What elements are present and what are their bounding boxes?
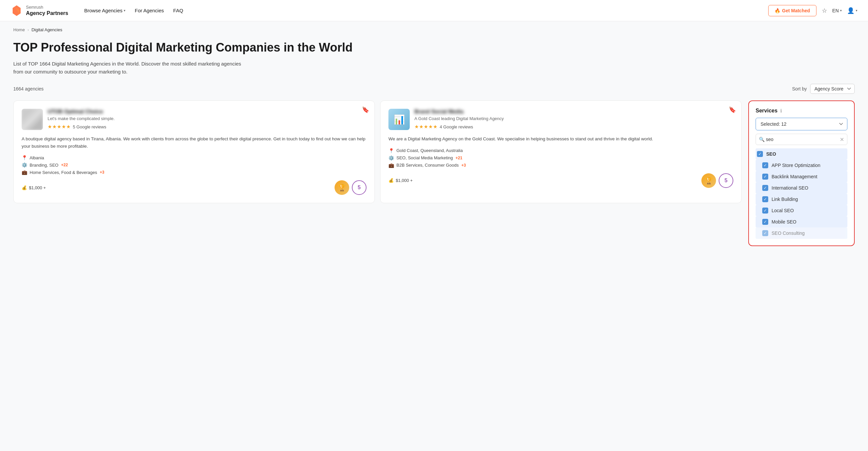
industries-icon: 💼 — [389, 163, 394, 168]
checkbox-backlink[interactable]: ✓ — [762, 174, 768, 180]
user-icon: 👤 — [847, 7, 855, 14]
bookmark-button[interactable]: 🔖 — [362, 106, 369, 113]
get-matched-button[interactable]: 🔥 Get Matched — [768, 5, 816, 16]
location-icon: 📍 — [389, 148, 394, 153]
services-plus: +21 — [456, 156, 462, 160]
chevron-down-icon: ▾ — [124, 9, 125, 12]
agency-info: Brand Social Media A Gold Coast leading … — [414, 109, 733, 130]
industries-value: B2B Services, Consumer Goods — [396, 163, 459, 168]
service-label-app-store: APP Store Optimization — [772, 163, 820, 168]
budget-value: $1,000 + — [396, 178, 413, 183]
agency-info: UTOB Optimal Choice Let's make the compl… — [48, 109, 367, 130]
reviews-count: 5 Google reviews — [73, 124, 106, 129]
service-label-link-building: Link Building — [772, 197, 798, 202]
service-item-app-store[interactable]: ✓ APP Store Optimization — [755, 160, 847, 171]
user-menu[interactable]: 👤 ▾ — [847, 7, 857, 14]
service-search-input[interactable] — [755, 134, 847, 145]
budget-icon: 💰 — [22, 185, 27, 190]
stars-row: ★★★★★ 4 Google reviews — [414, 124, 733, 130]
industries-icon: 💼 — [22, 170, 27, 175]
service-item-local-seo[interactable]: ✓ Local SEO — [755, 205, 847, 216]
service-item-mobile-seo[interactable]: ✓ Mobile SEO — [755, 216, 847, 228]
breadcrumb-home[interactable]: Home — [13, 27, 25, 32]
industries-row: 💼 B2B Services, Consumer Goods +3 — [389, 163, 733, 168]
services-plus: +22 — [61, 163, 68, 167]
search-clear-icon[interactable]: ✕ — [840, 137, 844, 143]
checkbox-link-building[interactable]: ✓ — [762, 196, 768, 202]
agency-name: UTOB Optimal Choice — [48, 109, 367, 115]
logo[interactable]: Semrush Agency Partners — [11, 5, 68, 17]
service-label-mobile-seo: Mobile SEO — [772, 219, 797, 224]
location-value: Albania — [30, 155, 44, 160]
score-circle: 5 — [352, 180, 367, 195]
checkbox-international-seo[interactable]: ✓ — [762, 185, 768, 191]
page-title: TOP Professional Digital Marketing Compa… — [13, 40, 855, 55]
sort-select[interactable]: Agency Score — [810, 84, 855, 94]
industries-plus: +3 — [100, 170, 104, 175]
agency-name: Brand Social Media — [414, 109, 733, 115]
search-box-wrap: 🔍 ✕ — [755, 134, 847, 145]
card-description: We are a Digital Marketing Agency on the… — [389, 136, 733, 143]
service-label-international-seo: International SEO — [772, 185, 808, 190]
service-label-local-seo: Local SEO — [772, 208, 794, 213]
score-badge-area: 🏆 5 — [702, 173, 733, 188]
bookmark-button[interactable]: 🔖 — [728, 106, 736, 113]
services-value: SEO, Social Media Marketing — [396, 155, 453, 160]
checkbox-seo-consulting[interactable]: ✓ — [762, 230, 768, 236]
info-icon[interactable]: ℹ — [780, 108, 782, 113]
service-item-seo[interactable]: ✓ SEO — [755, 148, 847, 160]
services-filter-panel: Services ℹ Selected: 12 🔍 ✕ ✓ SEO ✓ — [748, 100, 855, 246]
agency-cards-column: UTOB Optimal Choice Let's make the compl… — [13, 100, 742, 203]
services-icon: ⚙️ — [389, 155, 394, 161]
semrush-logo-icon — [11, 5, 23, 17]
filter-title: Services — [755, 108, 778, 114]
services-dropdown[interactable]: Selected: 12 — [755, 118, 847, 130]
browse-agencies-nav[interactable]: Browse Agencies ▾ — [84, 8, 125, 13]
card-description: A boutique digital agency based in Tiran… — [22, 136, 367, 150]
faq-nav[interactable]: FAQ — [173, 8, 183, 13]
semrush-label: Semrush — [26, 5, 68, 10]
agency-tagline: A Gold Coast leading Digital Marketing A… — [414, 116, 733, 121]
checkbox-seo[interactable]: ✓ — [757, 151, 763, 157]
card-header: 📊 Brand Social Media A Gold Coast leadin… — [389, 109, 733, 130]
location-value: Gold Coast, Queensland, Australia — [396, 148, 463, 153]
service-label-backlink: Backlink Management — [772, 174, 817, 179]
services-value: Branding, SEO — [30, 163, 59, 168]
for-agencies-nav[interactable]: For Agencies — [135, 8, 164, 13]
language-selector[interactable]: EN ▾ — [832, 8, 842, 13]
results-count: 1664 agencies — [13, 86, 43, 91]
agency-cards-row: UTOB Optimal Choice Let's make the compl… — [13, 100, 742, 203]
checkbox-local-seo[interactable]: ✓ — [762, 208, 768, 213]
agency-logo — [22, 109, 43, 130]
service-item-seo-consulting[interactable]: ✓ SEO Consulting — [755, 228, 847, 239]
score-badge-area: 🏆 5 — [335, 180, 367, 195]
service-item-international-seo[interactable]: ✓ International SEO — [755, 182, 847, 193]
sort-label: Sort by — [792, 86, 807, 91]
checkbox-app-store[interactable]: ✓ — [762, 162, 768, 168]
agency-card[interactable]: 📊 Brand Social Media A Gold Coast leadin… — [380, 100, 742, 203]
flame-icon: 🔥 — [775, 8, 780, 13]
budget-icon: 💰 — [389, 178, 394, 183]
bookmark-icon[interactable]: ☆ — [822, 7, 827, 14]
sort-area: Sort by Agency Score — [792, 84, 855, 94]
breadcrumb-separator: › — [28, 28, 29, 32]
chevron-down-icon: ▾ — [856, 9, 857, 12]
reviews-count: 4 Google reviews — [440, 124, 473, 129]
agency-card[interactable]: UTOB Optimal Choice Let's make the compl… — [13, 100, 375, 203]
service-item-backlink[interactable]: ✓ Backlink Management — [755, 171, 847, 182]
services-list: ✓ SEO ✓ APP Store Optimization ✓ Backlin… — [755, 148, 847, 239]
card-meta: 📍 Albania ⚙️ Branding, SEO +22 💼 Home Se… — [22, 155, 367, 175]
agency-tagline: Let's make the complicated simple. — [48, 116, 367, 121]
trophy-badge: 🏆 — [335, 180, 349, 195]
checkbox-mobile-seo[interactable]: ✓ — [762, 219, 768, 225]
service-item-link-building[interactable]: ✓ Link Building — [755, 193, 847, 205]
breadcrumb: Home › Digital Agencies — [0, 21, 868, 32]
header: Semrush Agency Partners Browse Agencies … — [0, 0, 868, 21]
services-row: ⚙️ SEO, Social Media Marketing +21 — [389, 155, 733, 161]
main-nav: Browse Agencies ▾ For Agencies FAQ — [84, 8, 757, 13]
agency-partners-label: Agency Partners — [26, 10, 68, 16]
stars-row: ★★★★★ 5 Google reviews — [48, 124, 367, 130]
services-row: ⚙️ Branding, SEO +22 — [22, 162, 367, 168]
search-icon: 🔍 — [759, 137, 765, 142]
industries-value: Home Services, Food & Beverages — [30, 170, 97, 175]
